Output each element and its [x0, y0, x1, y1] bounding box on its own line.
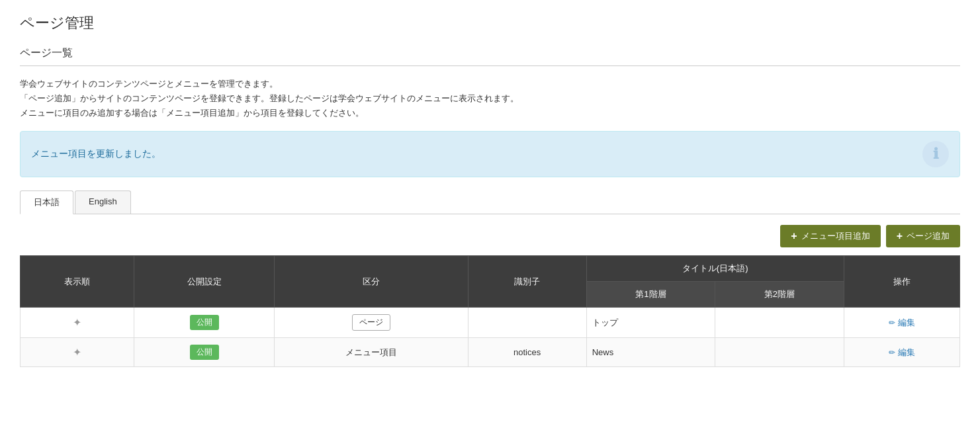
table-row: ✦ 公開 ページ トップ ✏ 編集 — [21, 308, 960, 338]
cell-type: メニュー項目 — [275, 338, 468, 367]
cell-level2 — [715, 308, 844, 338]
col-publish: 公開設定 — [134, 256, 275, 308]
cell-order: ✦ — [21, 308, 134, 338]
pages-table: 表示順 公開設定 区分 識別子 タイトル(日本語) 操作 第1階層 第2階層 ✦… — [20, 255, 960, 367]
publish-badge: 公開 — [190, 315, 219, 330]
alert-message: メニュー項目を更新しました。 — [31, 148, 161, 160]
edit-link[interactable]: ✏ 編集 — [850, 317, 954, 329]
col-title-ja: タイトル(日本語) — [586, 256, 844, 282]
section-title: ページ一覧 — [20, 46, 960, 66]
cell-level2 — [715, 338, 844, 367]
col-level1: 第1階層 — [586, 282, 715, 308]
edit-link[interactable]: ✏ 編集 — [850, 347, 954, 359]
table-row: ✦ 公開 メニュー項目 notices News ✏ 編集 — [21, 338, 960, 367]
language-tabs: 日本語 English — [20, 191, 960, 214]
plus-icon: + — [791, 230, 797, 242]
toolbar: + メニュー項目追加 + ページ追加 — [20, 225, 960, 247]
pencil-icon: ✏ — [889, 348, 895, 357]
add-menu-item-button[interactable]: + メニュー項目追加 — [780, 225, 880, 247]
description-line1: 学会ウェブサイトのコンテンツページとメニューを管理できます。 — [20, 79, 278, 89]
cell-type: ページ — [275, 308, 468, 338]
cell-identifier: notices — [468, 338, 586, 367]
cell-action: ✏ 編集 — [844, 338, 959, 367]
tab-japanese[interactable]: 日本語 — [20, 191, 73, 214]
pencil-icon: ✏ — [889, 318, 895, 327]
description-line2: 「ページ追加」からサイトのコンテンツページを登録できます。登録したページは学会ウ… — [20, 93, 519, 103]
plus-icon-2: + — [897, 230, 903, 242]
description: 学会ウェブサイトのコンテンツページとメニューを管理できます。 「ページ追加」から… — [20, 77, 960, 120]
cell-level1: トップ — [586, 308, 715, 338]
add-page-button[interactable]: + ページ追加 — [886, 225, 960, 247]
cell-publish: 公開 — [134, 338, 275, 367]
col-identifier: 識別子 — [468, 256, 586, 308]
drag-handle-icon[interactable]: ✦ — [73, 347, 81, 358]
drag-handle-icon[interactable]: ✦ — [73, 317, 81, 328]
cell-publish: 公開 — [134, 308, 275, 338]
publish-badge: 公開 — [190, 345, 219, 360]
col-type: 区分 — [275, 256, 468, 308]
alert-banner: メニュー項目を更新しました。 ℹ — [20, 131, 960, 177]
add-menu-item-label: メニュー項目追加 — [801, 230, 870, 242]
col-order: 表示順 — [21, 256, 134, 308]
edit-label: 編集 — [898, 347, 915, 359]
page-title: ページ管理 — [20, 13, 960, 33]
type-badge: ページ — [352, 314, 390, 331]
cell-order: ✦ — [21, 338, 134, 367]
add-page-label: ページ追加 — [907, 230, 950, 242]
description-line3: メニューに項目のみ追加する場合は「メニュー項目追加」から項目を登録してください。 — [20, 108, 364, 118]
col-level2: 第2階層 — [715, 282, 844, 308]
cell-level1: News — [586, 338, 715, 367]
info-icon: ℹ — [922, 141, 949, 167]
cell-action: ✏ 編集 — [844, 308, 959, 338]
col-actions: 操作 — [844, 256, 959, 308]
tab-english[interactable]: English — [75, 191, 131, 214]
cell-identifier — [468, 308, 586, 338]
edit-label: 編集 — [898, 317, 915, 329]
type-label: メニュー項目 — [345, 347, 397, 357]
